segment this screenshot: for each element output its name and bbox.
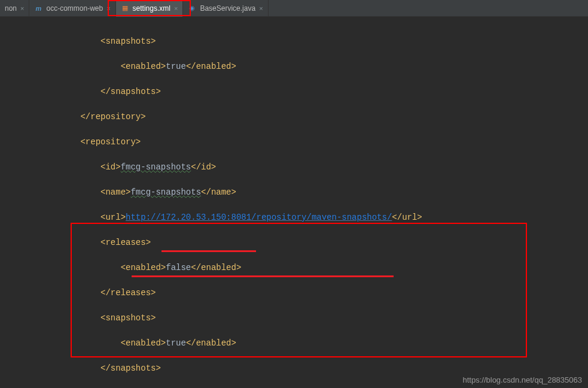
maven-icon: m — [34, 5, 42, 12]
code-line[interactable]: <enabled>false</enabled> — [0, 262, 588, 274]
close-icon[interactable]: × — [20, 5, 24, 12]
java-file-icon: ◉ — [188, 4, 196, 12]
watermark-text: https://blog.csdn.net/qq_28835063 — [463, 375, 583, 384]
code-line[interactable]: </snapshots> — [0, 362, 588, 375]
code-line[interactable]: <url>http://172.20.53.150:8081/repositor… — [0, 211, 588, 224]
code-line[interactable]: <repository> — [0, 136, 588, 148]
code-line[interactable]: </repository> — [0, 111, 588, 123]
close-icon[interactable]: × — [174, 5, 178, 12]
code-line[interactable]: <id>fmcg-snapshots</id> — [0, 161, 588, 174]
xml-file-icon: ▦ — [121, 4, 129, 12]
code-editor[interactable]: <snapshots> <enabled>true</enabled> </sn… — [0, 17, 588, 388]
tab-settings-xml[interactable]: ▦ settings.xml × — [116, 0, 184, 17]
code-line[interactable]: </releases> — [0, 287, 588, 299]
close-icon[interactable]: × — [259, 5, 263, 12]
tab-bar: non × m occ-common-web × ▦ settings.xml … — [0, 0, 588, 17]
tab-baseservice-java[interactable]: ◉ BaseService.java × — [183, 0, 268, 17]
tab-label: occ-common-web — [46, 4, 103, 13]
annotation-underline — [162, 250, 256, 252]
tab-non[interactable]: non × — [0, 0, 29, 17]
tab-occ-common-web[interactable]: m occ-common-web × — [29, 0, 115, 17]
code-line[interactable]: <snapshots> — [0, 35, 588, 48]
code-line[interactable]: <enabled>true</enabled> — [0, 337, 588, 350]
close-icon[interactable]: × — [106, 5, 110, 12]
code-line[interactable]: </snapshots> — [0, 86, 588, 98]
annotation-underline — [132, 275, 394, 277]
code-line[interactable]: <snapshots> — [0, 312, 588, 325]
tab-label: BaseService.java — [200, 4, 255, 13]
code-line[interactable]: <enabled>true</enabled> — [0, 60, 588, 73]
tab-label: non — [5, 4, 17, 13]
tab-label: settings.xml — [133, 4, 170, 13]
code-line[interactable]: <releases> — [0, 237, 588, 249]
code-line[interactable]: <name>fmcg-snapshots</name> — [0, 186, 588, 199]
